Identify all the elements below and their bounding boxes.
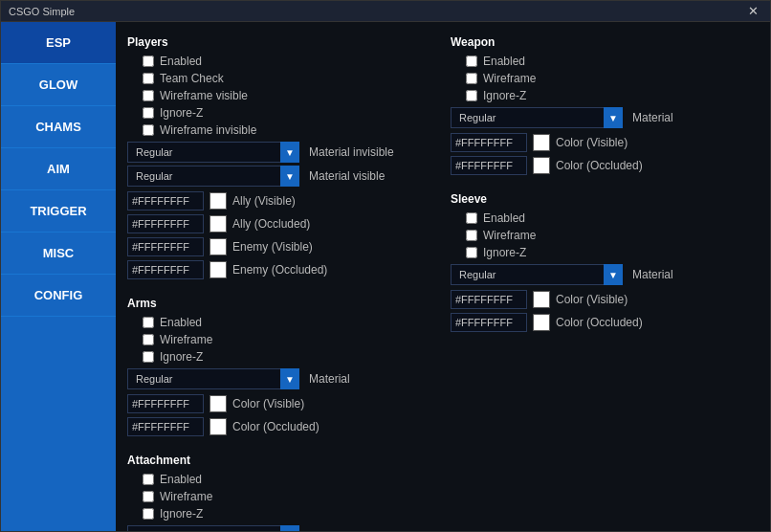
arms-material-row: Regular Flat Metallic ▼ Material — [127, 368, 435, 389]
sidebar-item-misc[interactable]: MISC — [1, 233, 116, 275]
weapon-material-dropdown[interactable]: Regular Flat Metallic — [451, 107, 623, 128]
right-column: Weapon Enabled Wireframe Ignore-Z — [451, 32, 759, 521]
attachment-enabled-label: Enabled — [160, 473, 202, 486]
players-ally-visible-swatch[interactable] — [209, 192, 227, 210]
players-material-invisible-dropdown[interactable]: Regular Flat Metallic — [127, 142, 299, 163]
sleeve-wireframe-checkbox[interactable] — [466, 230, 477, 241]
players-enabled-label: Enabled — [160, 55, 202, 68]
sleeve-material-row: Regular Flat Metallic ▼ Material — [451, 264, 759, 285]
sleeve-ignorez-checkbox[interactable] — [466, 247, 477, 258]
players-enemy-visible-row: Enemy (Visible) — [127, 235, 435, 258]
sleeve-color-visible-hex[interactable] — [451, 290, 527, 309]
sleeve-enabled-row: Enabled — [451, 210, 759, 227]
weapon-ignorez-checkbox[interactable] — [466, 90, 477, 101]
sidebar-item-esp[interactable]: ESP — [1, 22, 116, 64]
sleeve-enabled-checkbox[interactable] — [466, 212, 477, 224]
attachment-material-dropdown-wrapper: Regular Flat Metallic ▼ — [127, 525, 299, 531]
arms-enabled-label: Enabled — [160, 316, 202, 329]
weapon-color-occluded-label: Color (Occluded) — [556, 159, 643, 172]
arms-material-dropdown-wrapper: Regular Flat Metallic ▼ — [127, 368, 299, 389]
players-teamcheck-row: Team Check — [127, 70, 435, 87]
arms-ignorez-row: Ignore-Z — [127, 348, 435, 366]
weapon-ignorez-row: Ignore-Z — [451, 87, 759, 104]
sleeve-color-occluded-hex[interactable] — [451, 313, 527, 332]
arms-color-occluded-label: Color (Occluded) — [232, 420, 319, 433]
sidebar-item-aim[interactable]: AIM — [1, 148, 116, 190]
players-wireframe-visible-checkbox[interactable] — [143, 90, 154, 101]
attachment-wireframe-label: Wireframe — [160, 490, 212, 503]
players-ally-visible-hex[interactable] — [127, 191, 204, 211]
weapon-wireframe-checkbox[interactable] — [466, 73, 477, 84]
sleeve-wireframe-row: Wireframe — [451, 227, 759, 244]
weapon-enabled-checkbox[interactable] — [466, 55, 477, 67]
players-enabled-row: Enabled — [127, 53, 435, 70]
attachment-wireframe-row: Wireframe — [127, 488, 435, 505]
sidebar-item-glow[interactable]: GLOW — [1, 64, 116, 106]
players-enemy-visible-hex[interactable] — [127, 237, 204, 256]
titlebar: CSGO Simple ✕ — [1, 1, 770, 22]
players-ally-visible-row: Ally (Visible) — [127, 189, 435, 212]
sleeve-color-occluded-swatch[interactable] — [533, 314, 550, 331]
sleeve-ignorez-row: Ignore-Z — [451, 244, 759, 261]
arms-color-visible-swatch[interactable] — [209, 395, 227, 412]
weapon-section: Weapon Enabled Wireframe Ignore-Z — [451, 32, 759, 177]
players-teamcheck-checkbox[interactable] — [143, 73, 154, 84]
arms-title: Arms — [127, 297, 435, 310]
weapon-wireframe-label: Wireframe — [483, 72, 536, 85]
arms-material-dropdown[interactable]: Regular Flat Metallic — [127, 368, 299, 389]
players-material-visible-dropdown-wrapper: Regular Flat Metallic ▼ — [127, 166, 299, 187]
arms-enabled-checkbox[interactable] — [143, 317, 154, 328]
players-wireframe-invisible-checkbox[interactable] — [143, 124, 154, 136]
players-enabled-checkbox[interactable] — [143, 55, 154, 67]
arms-wireframe-checkbox[interactable] — [143, 334, 154, 345]
players-enemy-occluded-hex[interactable] — [127, 260, 204, 279]
sleeve-ignorez-label: Ignore-Z — [483, 246, 526, 259]
sleeve-color-occluded-row: Color (Occluded) — [451, 311, 759, 334]
arms-color-visible-hex[interactable] — [127, 394, 204, 413]
arms-color-occluded-row: Color (Occluded) — [127, 415, 435, 438]
arms-color-occluded-hex[interactable] — [127, 417, 204, 436]
attachment-section: Attachment Enabled Wireframe Ignore-Z — [127, 450, 435, 531]
close-button[interactable]: ✕ — [744, 4, 762, 18]
players-ally-occluded-swatch[interactable] — [209, 215, 227, 233]
players-material-invisible-label: Material invisible — [309, 145, 394, 159]
sleeve-color-visible-row: Color (Visible) — [451, 288, 759, 311]
sleeve-material-dropdown[interactable]: Regular Flat Metallic — [451, 264, 623, 285]
weapon-color-visible-hex[interactable] — [451, 133, 527, 152]
players-ally-occluded-hex[interactable] — [127, 214, 204, 233]
players-wireframe-invisible-label: Wireframe invisible — [160, 123, 256, 137]
sidebar-item-chams[interactable]: CHAMS — [1, 106, 116, 148]
players-material-visible-row: Regular Flat Metallic ▼ Material visible — [127, 166, 435, 187]
attachment-title: Attachment — [127, 454, 435, 467]
weapon-color-visible-row: Color (Visible) — [451, 131, 759, 154]
attachment-material-dropdown[interactable]: Regular Flat Metallic — [127, 525, 299, 531]
weapon-color-visible-swatch[interactable] — [533, 134, 550, 151]
attachment-wireframe-checkbox[interactable] — [143, 491, 154, 502]
attachment-enabled-checkbox[interactable] — [143, 474, 154, 485]
sidebar-item-config[interactable]: CONFIG — [1, 275, 116, 317]
weapon-material-label: Material — [632, 111, 673, 124]
arms-ignorez-checkbox[interactable] — [143, 351, 154, 363]
arms-wireframe-label: Wireframe — [160, 333, 212, 346]
players-material-visible-label: Material visible — [309, 169, 385, 183]
weapon-color-visible-label: Color (Visible) — [556, 136, 628, 149]
weapon-color-occluded-swatch[interactable] — [533, 157, 550, 174]
players-teamcheck-label: Team Check — [160, 72, 224, 85]
arms-color-occluded-swatch[interactable] — [209, 418, 227, 435]
players-ally-occluded-label: Ally (Occluded) — [232, 217, 310, 231]
players-ignorez-row: Ignore-Z — [127, 104, 435, 122]
weapon-ignorez-label: Ignore-Z — [483, 89, 526, 102]
players-ignorez-checkbox[interactable] — [143, 107, 154, 119]
players-material-visible-dropdown[interactable]: Regular Flat Metallic — [127, 166, 299, 187]
arms-wireframe-row: Wireframe — [127, 331, 435, 348]
attachment-ignorez-checkbox[interactable] — [143, 508, 154, 520]
players-enemy-occluded-swatch[interactable] — [209, 261, 227, 278]
arms-enabled-row: Enabled — [127, 314, 435, 331]
players-wireframe-visible-label: Wireframe visible — [160, 89, 248, 102]
players-enemy-visible-swatch[interactable] — [209, 238, 227, 255]
left-column: Players Enabled Team Check Wireframe vis… — [127, 32, 435, 521]
sidebar-item-trigger[interactable]: TRIGGER — [1, 190, 116, 233]
arms-ignorez-label: Ignore-Z — [160, 350, 203, 364]
weapon-color-occluded-hex[interactable] — [451, 156, 527, 175]
sleeve-color-visible-swatch[interactable] — [533, 291, 550, 308]
